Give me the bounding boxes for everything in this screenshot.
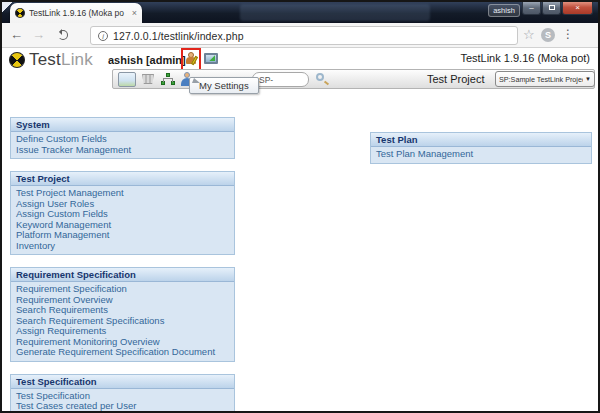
section-body: Test SpecificationTest Cases created per… (11, 389, 234, 413)
menu-link[interactable]: Test Cases created per User (16, 401, 234, 412)
chrome-menu-icon[interactable]: ⋮ (562, 27, 574, 41)
panel-section: Test PlanTest Plan Management (370, 132, 592, 164)
right-menu-column: Test PlanTest Plan Management (370, 132, 592, 176)
basket-icon[interactable] (142, 74, 154, 84)
logout-monitor-icon[interactable] (204, 53, 218, 64)
address-bar[interactable]: i 127.0.0.1/testlink/index.php (90, 26, 518, 45)
menu-link[interactable]: Generate Requirement Specification Docum… (16, 347, 234, 358)
chrome-profile-button[interactable]: ashish (488, 4, 520, 17)
search-icon[interactable] (316, 73, 324, 81)
test-project-select[interactable]: SP:Sample TestLink Project ▼ (495, 71, 595, 87)
chevron-down-icon: ▼ (585, 76, 591, 82)
section-body: Test Plan Management (371, 147, 591, 163)
desktop-home-icon[interactable] (118, 72, 136, 87)
maximize-button[interactable] (542, 2, 561, 15)
page-info-icon[interactable]: i (98, 31, 108, 41)
menu-link[interactable]: Assign Requirements (16, 326, 234, 337)
section-body: Test Project ManagementAssign User Roles… (11, 186, 234, 254)
testlink-version-label: TestLink 1.9.16 (Moka pot) (460, 52, 590, 64)
bookmark-star-icon[interactable]: ☆ (523, 27, 535, 42)
menu-link[interactable]: Test Project Management (16, 188, 234, 199)
sitemap-icon[interactable] (161, 73, 175, 85)
test-project-label: Test Project (427, 73, 484, 85)
menu-link[interactable]: Platform Management (16, 230, 234, 241)
section-title: Requirement Specification (11, 268, 234, 282)
testlink-favicon (13, 6, 27, 20)
title-bar: TestLink 1.9.16 (Moka po × ashish – × (2, 2, 598, 23)
left-menu-column: SystemDefine Custom FieldsIssue Tracker … (10, 117, 235, 413)
section-title: Test Specification (11, 375, 234, 389)
section-title: Test Project (11, 172, 234, 186)
extension-icon[interactable]: S (541, 28, 555, 42)
section-title: System (11, 118, 234, 132)
panel-section: Test SpecificationTest SpecificationTest… (10, 374, 235, 413)
panel-section: SystemDefine Custom FieldsIssue Tracker … (10, 117, 235, 159)
logged-user-label: ashish [admin] (108, 54, 186, 66)
reload-icon[interactable] (58, 30, 68, 40)
browser-tab[interactable]: TestLink 1.9.16 (Moka po × (10, 3, 142, 23)
tab-close-icon[interactable]: × (132, 9, 137, 18)
section-body: Requirement SpecificationRequirement Ove… (11, 282, 234, 361)
panel-section: Requirement SpecificationRequirement Spe… (10, 267, 235, 362)
menu-link[interactable]: Search Requirements (16, 305, 234, 316)
close-button[interactable]: × (562, 2, 593, 15)
testlink-logo-icon (6, 49, 29, 72)
url-text: 127.0.0.1/testlink/index.php (113, 30, 244, 42)
my-settings-tooltip: My Settings (189, 77, 259, 94)
back-icon[interactable]: ← (10, 27, 23, 43)
minimize-button[interactable]: – (522, 2, 541, 15)
menu-link[interactable]: Inventory (16, 241, 234, 252)
test-project-selected-value: SP:Sample TestLink Project (499, 75, 583, 84)
menu-link[interactable]: Issue Tracker Management (16, 145, 234, 156)
panel-section: Test ProjectTest Project ManagementAssig… (10, 171, 235, 255)
background-window (240, 4, 430, 21)
section-body: Define Custom FieldsIssue Tracker Manage… (11, 132, 234, 158)
menu-link[interactable]: Define Custom Fields (16, 134, 234, 145)
maximize-icon (549, 5, 555, 10)
menu-link[interactable]: Test Plan Management (376, 149, 591, 160)
testlink-logo-text: TestLink (29, 50, 93, 70)
search-input[interactable] (252, 72, 309, 87)
section-title: Test Plan (371, 133, 591, 147)
action-toolbar: Test Project SP:Sample TestLink Project … (112, 69, 595, 89)
menu-link[interactable]: Assign Custom Fields (16, 209, 234, 220)
tab-title: TestLink 1.9.16 (Moka po (29, 8, 128, 18)
browser-window: TestLink 1.9.16 (Moka po × ashish – × ← … (0, 0, 600, 413)
browser-toolbar: ← → i 127.0.0.1/testlink/index.php ☆ S ⋮ (2, 23, 598, 48)
forward-icon[interactable]: → (32, 27, 45, 43)
menu-link[interactable]: Requirement Specification (16, 284, 234, 295)
